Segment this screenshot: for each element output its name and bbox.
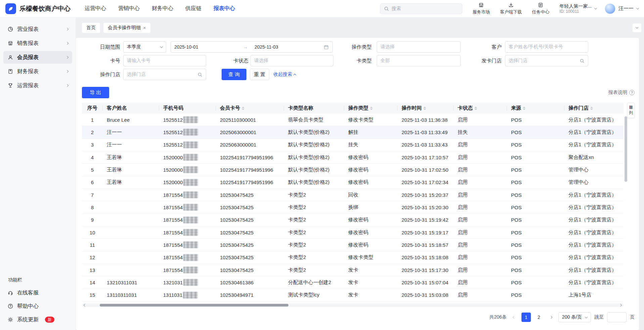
horizontal-scrollbar-thumb[interactable] [100,304,288,307]
vertical-scrollbar[interactable] [625,114,627,301]
cell-card-type: 翡翠会员卡类型 [284,114,344,126]
reset-button[interactable]: 重 置 [250,69,269,80]
card-type-select[interactable]: 全部 [377,55,461,66]
page-button-2[interactable]: 2 [534,313,544,322]
page-size-select[interactable]: 200 条/页 [558,312,591,322]
top-nav-item[interactable]: 报表中心 [214,5,235,12]
tab-label: 首页 [86,25,96,31]
sort-icon[interactable] [370,107,373,110]
quick-action-service-market[interactable]: 服务市场 [472,2,490,15]
horizontal-scrollbar[interactable] [82,304,624,307]
phone-prefix: 1871554 [163,230,183,235]
column-header[interactable]: 手机号码 [159,103,216,114]
quick-action-client-download[interactable]: 客户端下载 [500,2,522,15]
app-logo[interactable] [5,3,16,14]
table-row[interactable]: 3 汪一一 1525512 2025063000001 默认卡类型(价格2) 挂… [82,139,624,151]
prev-page-button[interactable] [510,313,518,322]
sort-icon[interactable] [523,107,525,110]
tab-list-dropdown-button[interactable] [633,23,641,32]
cell-phone: 1871554 [159,189,216,201]
table-row[interactable]: 15 13110311031 1311031 102530494971 测试卡类… [82,289,624,301]
tab-home[interactable]: 首页 [82,23,100,33]
column-header[interactable]: 客户姓名 [103,103,159,114]
next-page-button[interactable] [547,313,555,322]
column-header[interactable]: 操作时间 [398,103,454,114]
table-row[interactable]: 1 Bruce Lee 1525512 2025110300001 翡翠会员卡类… [82,114,624,126]
top-nav-item[interactable]: 供应链 [185,5,201,12]
chevron-down-icon [585,315,588,318]
sidebar-item-business-reports[interactable]: 营业报表 [3,23,72,36]
table-row[interactable]: 9 1871554 102530475425 卡类型2 修改密码 2025-10… [82,214,624,226]
merchant-switcher[interactable]: 年轻人第一家... ID: 100011 [559,3,597,14]
column-header[interactable]: 操作类型 [344,103,398,114]
table-row[interactable]: 2 汪一一 1525512 2025063000001 默认卡类型(价格2) 解… [82,126,624,139]
table-row[interactable]: 6 王若琳 1520000 1022541917794951996 默认卡类型(… [82,176,624,189]
user-menu[interactable]: 汪一一 [605,3,639,14]
report-info-link[interactable]: 报表说明 ? [608,87,635,98]
sidebar-item-operations-reports[interactable]: 运营报表 [3,79,72,92]
sidebar-item-help-center[interactable]: 帮助中心 [3,300,72,313]
sidebar-item-sales-reports[interactable]: 销售报表 [3,37,72,50]
sidebar-item-member-reports[interactable]: 会员报表 [3,51,72,64]
column-header[interactable]: 卡类型名称 [284,103,344,114]
column-settings-button[interactable]: ▦ 列 [627,103,635,118]
search-input[interactable]: 搜索 [380,3,462,14]
scroll-right-icon[interactable] [619,304,622,307]
cell-card-type: 默认卡类型(价格2) [284,164,344,176]
sort-icon[interactable] [242,107,244,110]
date-range-input[interactable]: 2025-10-01 → 2025-11-03 [171,41,333,53]
table-row[interactable]: 13 1871554 102530475425 卡类型2 发卡 2025-10-… [82,264,624,276]
scroll-left-icon[interactable] [84,304,86,307]
report-info-label: 报表说明 [608,90,627,96]
table-row[interactable]: 7 1871554 102530475425 卡类型2 回收 2025-10-3… [82,189,624,201]
column-header[interactable]: 来源 [507,103,564,114]
export-button[interactable]: 导 出 [82,87,109,98]
sort-icon[interactable] [423,107,426,110]
cell-operation-type: 修改密码 [344,226,398,238]
cell-operation-time: 2025-11-03 11:36:38 [398,114,454,126]
cell-card-number: 102530475425 [216,239,284,251]
top-nav-item[interactable]: 运营中心 [85,5,106,12]
issue-store-picker[interactable]: 选择门店 [505,55,588,66]
card-no-input[interactable]: 请输入卡号 [123,55,206,66]
sidebar-item-system-update[interactable]: 系统更新 新 [3,313,72,326]
table-row[interactable]: 11 1871554 102530475425 卡类型2 修改密码 2025-1… [82,239,624,251]
column-header[interactable]: 卡状态 [454,103,507,114]
chevron-right-icon [66,28,68,31]
page-button-1[interactable]: 1 [521,313,531,322]
cell-source: POS [507,289,564,301]
table-row[interactable]: 5 王若琳 1520000 1022541917794951996 默认卡类型(… [82,164,624,176]
sidebar-item-online-support[interactable]: 在线客服 [3,286,72,299]
vertical-scrollbar-thumb[interactable] [625,116,627,182]
table-row[interactable]: 10 1871554 102530475425 卡类型2 修改密码 2025-1… [82,226,624,239]
close-icon[interactable]: × [143,25,146,30]
column-header[interactable]: 操作门店 [564,103,624,114]
table-row[interactable]: 4 王若琳 1520000 1022541917794951996 默认卡类型(… [82,151,624,164]
top-nav-item[interactable]: 营销中心 [118,5,140,12]
column-header[interactable]: 会员卡号 [216,103,284,114]
operation-type-select[interactable]: 请选择 [377,41,461,53]
customer-input[interactable]: 客户姓名/手机号/关联卡号 [505,41,588,53]
table-row[interactable]: 12 1871554 102530475425 卡类型2 修改卡类型 2025-… [82,252,624,264]
card-status-select[interactable]: 请选择 [250,55,333,66]
column-header[interactable]: 序号 [82,103,103,114]
quick-action-task-center[interactable]: 任务中心 [532,2,549,15]
date-preset-select[interactable]: 本季度 [123,41,166,53]
top-nav-item[interactable]: 财务中心 [152,5,173,12]
sort-icon[interactable] [590,107,593,110]
masked-phone-blur [183,116,198,123]
table-row[interactable]: 8 1871554 102530475425 卡类型2 换绑 2025-10-3… [82,201,624,214]
operation-store-picker[interactable]: 选择门店 [123,69,206,80]
jump-page-input[interactable] [607,312,627,322]
table-row[interactable]: 14 13210311031 1321031 102530461386 分配送中… [82,276,624,289]
sidebar-item-finance-reports[interactable]: 财务报表 [3,65,72,78]
cell-operation-store: 分店1（宁波直营店） [564,239,624,251]
column-settings-label: 列 [629,110,633,116]
collapse-search-link[interactable]: 收起搜索 [273,69,296,80]
sort-icon[interactable] [474,107,477,110]
cell-index: 14 [82,276,103,288]
cell-operation-type: 回收 [344,189,398,201]
masked-phone-blur [183,204,198,211]
tab-member-card-operations[interactable]: 会员卡操作明细 × [103,23,150,33]
query-button[interactable]: 查 询 [222,69,246,80]
